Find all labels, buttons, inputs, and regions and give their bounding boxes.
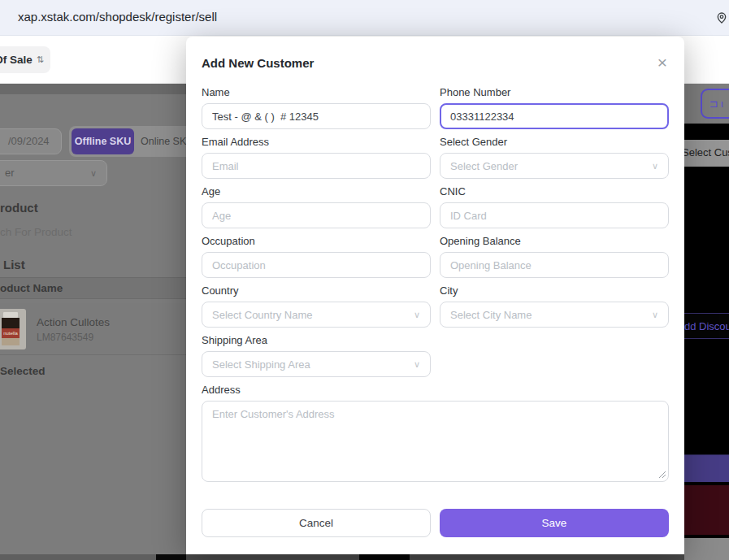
shipping-area-select[interactable]: Select Shipping Area ∨ [202,351,431,377]
email-label: Email Address [202,136,431,148]
city-field-group: City Select City Name ∨ [440,284,669,328]
chevron-down-icon: ∨ [414,310,420,320]
sort-arrows-icon: ⇅ [37,54,44,65]
product-search-input-dimmed: ch For Product [0,226,72,238]
online-sku-button: Online SK [141,126,186,157]
cnic-field-group: CNIC [440,185,669,228]
phone-input[interactable] [440,103,669,129]
phone-field-group: Phone Number [440,86,669,129]
city-label: City [440,284,669,297]
address-textarea[interactable] [202,401,669,482]
dimmed-left-panel: /09/2024 Offline SKU Online SK er ∨ rodu… [0,84,186,560]
park-sale-button-fragment: ⊐ι [701,89,729,119]
opening-balance-field-group: Opening Balance [440,235,669,278]
address-field-group: Address [202,384,669,482]
country-select[interactable]: Select Country Name ∨ [202,302,431,328]
url-text[interactable]: xap.xstak.com/shopdesk/register/sell [18,10,217,24]
dimmed-cart-panel: ⊐ι Select Cust dd Discou [684,84,729,560]
add-discount-label: dd Discou [684,320,729,332]
name-field-group: Name [202,86,431,129]
gender-field-group: Select Gender Select Gender ∨ [440,136,669,179]
selected-count-label: Selected [0,365,46,377]
modal-title: Add New Customer [202,51,669,70]
gender-select[interactable]: Select Gender ∨ [440,153,669,179]
product-section-heading: roduct [0,201,38,215]
occupation-label: Occupation [202,235,431,247]
age-input[interactable] [202,202,431,228]
cart-footer-fragment [684,538,729,560]
shipping-area-field-group: Shipping Area Select Shipping Area ∨ [202,334,431,377]
add-customer-modal: Add New Customer × Name Phone Number Ema… [186,37,684,554]
date-input-dimmed: /09/2024 [0,128,62,154]
customer-form: Name Phone Number Email Address Select G… [202,86,669,488]
address-label: Address [202,384,669,396]
email-field-group: Email Address [202,136,431,179]
cart-toolbar: ⊐ι [684,84,729,124]
sku-toggle-group: Offline SKU Online SK [69,126,186,157]
register-selector: Of Sale ⇅ [0,46,50,73]
location-pin-icon[interactable] [715,11,728,25]
customer-type-dropdown-dimmed: er ∨ [0,160,107,186]
product-sku: LM87643549 [37,332,93,343]
modal-footer: Cancel Save [202,509,669,537]
opening-balance-label: Opening Balance [440,235,669,247]
bottom-strip-left [0,554,186,560]
chevron-down-icon: ∨ [652,161,658,171]
product-row: nutella Action Cullotes LM87643549 [0,303,186,355]
cnic-label: CNIC [440,185,669,198]
cancel-button[interactable]: Cancel [202,509,431,537]
country-select-placeholder: Select Country Name [212,309,313,321]
select-customer-label: Select Cust [684,146,729,158]
opening-balance-input[interactable] [440,252,669,278]
occupation-field-group: Occupation [202,235,431,278]
name-label: Name [202,86,431,98]
shipping-area-label: Shipping Area [202,334,431,346]
chevron-down-icon: ∨ [414,359,420,370]
pay-button-fragment [684,454,729,482]
save-button[interactable]: Save [440,509,669,537]
add-discount-row: dd Discou [684,313,729,339]
product-name: Action Cullotes [37,316,110,328]
gender-select-placeholder: Select Gender [450,160,518,172]
occupation-input[interactable] [202,252,431,278]
city-select-placeholder: Select City Name [450,309,532,321]
svg-text:nutella: nutella [3,331,18,336]
cancel-sale-button-fragment [684,485,729,535]
name-input[interactable] [202,103,431,129]
product-list-heading: List [3,258,25,271]
age-label: Age [202,185,431,198]
nutella-jar-image: nutella [0,309,26,349]
select-customer-bar: Select Cust [684,140,729,167]
country-label: Country [202,284,431,297]
gender-label: Select Gender [440,136,669,148]
park-sale-icon: ⊐ι [709,98,726,110]
shipping-area-select-placeholder: Select Shipping Area [212,358,310,371]
bottom-strip-center [186,554,684,560]
screen: xap.xstak.com/shopdesk/register/sell Of … [0,0,729,560]
chevron-down-icon: ∨ [652,310,658,320]
panel-top-shade [0,84,186,94]
browser-address-bar[interactable]: xap.xstak.com/shopdesk/register/sell [0,0,729,36]
customer-type-value: er [5,167,15,179]
offline-sku-button: Offline SKU [72,128,134,154]
product-table-header: oduct Name [0,277,186,299]
country-field-group: Country Select Country Name ∨ [202,284,431,328]
chevron-down-icon: ∨ [90,161,97,185]
shipping-area-spacer [440,334,669,377]
phone-label: Phone Number [440,86,669,98]
close-icon[interactable]: × [653,53,672,72]
cnic-input[interactable] [440,202,669,228]
product-thumbnail: nutella [0,309,26,349]
modal-header: Add New Customer × [202,51,669,69]
age-field-group: Age [202,185,431,228]
register-selector-label: Of Sale [0,54,33,66]
email-input[interactable] [202,153,431,179]
city-select[interactable]: Select City Name ∨ [440,302,669,328]
